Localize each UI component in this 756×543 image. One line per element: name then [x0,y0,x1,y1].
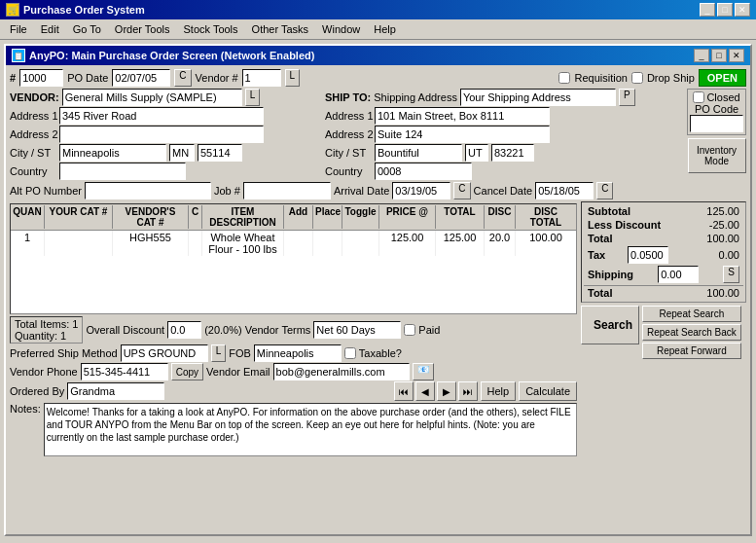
fob-field[interactable] [254,344,342,362]
nav-last-button[interactable]: ⏭ [458,381,478,401]
cancel-calendar-button[interactable]: C [596,182,613,199]
po-date-calendar-button[interactable]: C [174,69,191,87]
order-table: QUAN YOUR CAT # VENDOR'S CAT # C ITEM DE… [10,203,577,314]
window-maximize-button[interactable]: □ [711,49,727,62]
tax-label: Tax [588,249,605,261]
close-button[interactable]: ✕ [735,3,750,17]
ship-zip-field[interactable] [491,144,534,162]
ship-citystate-label: City / ST [325,147,372,159]
search-button[interactable]: Search [581,306,639,344]
vendor-address1-field[interactable] [59,107,264,125]
row-c [189,231,202,256]
menu-help[interactable]: Help [368,21,402,37]
closed-po-checkbox[interactable] [693,91,704,103]
app-icon: 🛒 [6,3,19,17]
table-scroll-area[interactable]: 1 HGH555 Whole Wheat Flour - 100 lbs 125… [11,231,576,313]
subtotal-label: Subtotal [588,205,630,217]
menu-stock-tools[interactable]: Stock Tools [178,21,244,37]
ordered-by-field[interactable] [67,382,164,400]
ship-address1-field[interactable] [375,107,550,125]
copy-phone-button[interactable]: Copy [171,363,203,380]
vendor-country-field[interactable] [59,163,186,180]
window-title: AnyPO: Main Purchase Order Screen (Netwo… [29,50,314,61]
window-close-button[interactable]: ✕ [729,49,744,62]
place-button[interactable]: Place [313,205,342,229]
shipping-label: Shipping [588,269,633,280]
arrival-date-field[interactable] [392,182,450,199]
window-minimize-button[interactable]: _ [694,49,709,62]
inventory-mode-button[interactable]: InventoryMode [688,138,746,173]
notes-label: Notes: [10,403,41,415]
email-button[interactable]: 📧 [413,363,434,380]
search-section: Search Repeat Search Repeat Search Back … [581,306,746,359]
job-number-label: Job # [214,185,240,197]
preferred-ship-field[interactable] [121,344,208,362]
taxable-label: Taxable? [359,347,402,359]
vendor-city-field[interactable] [59,144,166,162]
job-number-field[interactable] [243,182,331,199]
ship-city-field[interactable] [375,144,462,162]
vendor-number-label: Vendor # [196,72,238,84]
vendor-phone-field[interactable] [81,363,168,380]
menu-other-tasks[interactable]: Other Tasks [246,21,315,37]
notes-area[interactable]: Welcome! Thanks for a taking a look at A… [44,403,577,456]
po-number-field[interactable] [19,69,63,87]
cancel-date-label: Cancel Date [474,185,533,197]
calculate-button[interactable]: Calculate [519,381,577,401]
row-quan: 1 [11,231,45,256]
paid-label: Paid [418,324,440,336]
vendor-number-field[interactable] [242,69,281,87]
repeat-search-back-button[interactable]: Repeat Search Back [642,324,741,341]
requisition-checkbox[interactable] [558,72,570,84]
nav-next-button[interactable]: ▶ [437,381,456,401]
toggle-button[interactable]: Toggle [342,205,379,229]
menu-edit[interactable]: Edit [35,21,65,37]
ship-link-button[interactable]: L [211,344,227,362]
vendor-citystate-label: City / ST [10,147,56,159]
add-button[interactable]: Add [284,205,313,229]
vendor-terms-label: Vendor Terms [245,324,311,336]
vendor-email-field[interactable] [273,363,410,380]
drop-ship-checkbox[interactable] [631,72,643,84]
shipping-field[interactable] [658,266,699,283]
ship-address-link-button[interactable]: P [619,89,635,106]
vendor-address2-field[interactable] [59,126,264,143]
col-c: C [189,205,202,229]
row-your-cat [45,231,113,256]
help-button[interactable]: Help [481,381,517,401]
vendor-terms-field[interactable] [313,321,401,339]
repeat-search-button[interactable]: Repeat Search [642,306,741,322]
menu-goto[interactable]: Go To [67,21,107,37]
tax-rate-field[interactable] [628,246,668,264]
row-item-desc: Whole Wheat Flour - 100 lbs [202,231,284,256]
vendor-state-field[interactable] [169,144,195,162]
po-code-field[interactable] [690,115,743,132]
repeat-forward-button[interactable]: Repeat Forward [642,343,741,359]
cancel-date-field[interactable] [535,182,594,199]
minimize-button[interactable]: _ [700,3,715,17]
ship-country-field[interactable] [375,163,472,180]
maximize-button[interactable]: □ [717,3,733,17]
vendor-name-link-button[interactable]: L [245,89,261,106]
shipping-link-button[interactable]: S [723,266,739,283]
col-disc-total: DISC TOTAL [516,205,576,229]
alt-po-field[interactable] [85,182,211,199]
menu-order-tools[interactable]: Order Tools [109,21,176,37]
po-date-field[interactable] [112,69,170,87]
nav-prev-button[interactable]: ◀ [415,381,435,401]
window-title-bar: 📋 AnyPO: Main Purchase Order Screen (Net… [6,46,750,65]
ship-to-address-field[interactable] [460,89,616,106]
taxable-checkbox[interactable] [344,347,356,359]
vendor-zip-field[interactable] [198,144,242,162]
vendor-link-button[interactable]: L [285,69,301,87]
paid-checkbox[interactable] [404,324,415,336]
ship-state-field[interactable] [465,144,488,162]
menu-window[interactable]: Window [316,21,366,37]
vendor-name-field[interactable] [62,89,242,106]
menu-file[interactable]: File [4,21,33,37]
arrival-calendar-button[interactable]: C [453,182,470,199]
ship-address2-field[interactable] [375,126,550,143]
overall-discount-field[interactable] [167,321,201,339]
fob-label: FOB [229,347,251,359]
nav-first-button[interactable]: ⏮ [394,381,414,401]
